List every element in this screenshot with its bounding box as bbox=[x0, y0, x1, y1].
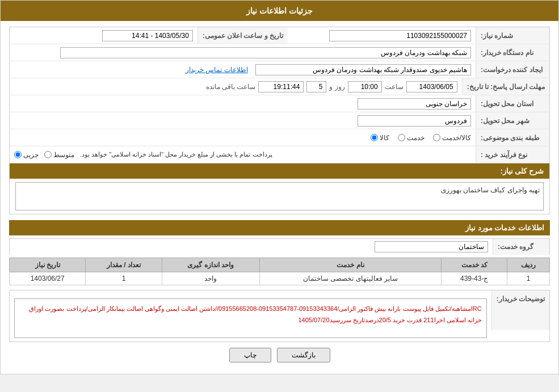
main-container: جزئیات اطلاعات نیاز شماره نیاز: تاریخ و … bbox=[0, 0, 559, 374]
table-body: 1 ج-43-439 سایر فعالیتهای تخصصی ساختمان … bbox=[10, 272, 550, 285]
announce-date-label: تاریخ و ساعت اعلان عمومی: bbox=[197, 27, 288, 44]
buyer-org-row: نام دستگاه خریدار: bbox=[10, 44, 549, 61]
cell-quantity: 1 bbox=[86, 272, 162, 285]
service-group-label: گروه خدمت: bbox=[493, 239, 549, 255]
need-number-input[interactable] bbox=[329, 30, 471, 41]
col-service-name: نام خدمت bbox=[259, 258, 442, 272]
radio-minor-label: جزیی bbox=[23, 151, 39, 159]
radio-service[interactable] bbox=[398, 134, 405, 141]
province-row: استان محل تحویل: bbox=[10, 95, 549, 112]
category-label: طبقه بندی موضوعی: bbox=[476, 129, 549, 146]
buyer-notes-container: توضیحات خریدار: IRCمشاهبه/تکمیل فایل پیو… bbox=[9, 290, 550, 342]
creator-input[interactable] bbox=[255, 64, 471, 75]
process-description: پرداخت تمام یا بخشی از مبلغ خریدار محل "… bbox=[80, 151, 272, 158]
announce-date-value bbox=[10, 28, 197, 44]
cell-service-code: ج-43-439 bbox=[442, 272, 507, 285]
buyer-notes-label: توضیحات خریدار: bbox=[491, 290, 549, 330]
description-box[interactable]: تهیه واجرای کیاف ساختمان بهورزی bbox=[15, 182, 544, 210]
services-table: ردیف کد خدمت نام خدمت واحد اندازه گیری ت… bbox=[9, 258, 550, 285]
process-row-content: جزیی متوسط پرداخت تمام یا بخشی از مبلغ خ… bbox=[10, 149, 476, 161]
radio-service-label: خدمت bbox=[407, 134, 424, 142]
need-number-label: شماره نیاز: bbox=[476, 27, 549, 44]
cell-row-num: 1 bbox=[507, 272, 550, 285]
radio-medium[interactable] bbox=[44, 151, 52, 158]
response-date-input[interactable] bbox=[406, 81, 457, 92]
remaining-time-input[interactable] bbox=[258, 81, 304, 92]
city-input[interactable] bbox=[358, 115, 471, 127]
col-service-code: کد خدمت bbox=[442, 258, 507, 272]
print-button[interactable]: چاپ bbox=[229, 348, 271, 363]
button-row: بازگشت چاپ bbox=[9, 342, 550, 368]
description-value: تهیه واجرای کیاف ساختمان بهورزی bbox=[10, 179, 549, 214]
city-row: شهر محل تحویل: bbox=[10, 112, 549, 129]
radio-item-minor: جزیی bbox=[14, 151, 39, 159]
description-text: تهیه واجرای کیاف ساختمان بهورزی bbox=[441, 186, 540, 194]
creator-value: اطلاعات تماس خریدار bbox=[10, 62, 476, 78]
description-section-header: شرح کلی نیاز: bbox=[10, 163, 549, 179]
page-header: جزئیات اطلاعات نیاز bbox=[1, 1, 558, 21]
contact-link[interactable]: اطلاعات تماس خریدار bbox=[186, 66, 248, 74]
radio-goods-label: کالا bbox=[380, 134, 389, 142]
city-label: شهر محل تحویل: bbox=[476, 112, 549, 129]
process-type-row: نوع فرآیند خرید : جزیی متوسط پرداخت تمام… bbox=[10, 146, 549, 163]
radio-item-medium: متوسط bbox=[44, 151, 74, 159]
city-value bbox=[10, 113, 476, 129]
radio-both-label: کالا/خدمت bbox=[442, 134, 471, 142]
buyer-notes-content: IRCمشاهبه/تکمیل فایل پیوست بارانه بیش فا… bbox=[10, 290, 491, 342]
response-time-input[interactable] bbox=[348, 81, 382, 92]
creator-label: ایجاد کننده درخواست: bbox=[476, 61, 549, 78]
services-table-section: ردیف کد خدمت نام خدمت واحد اندازه گیری ت… bbox=[9, 258, 550, 285]
service-group-input[interactable] bbox=[375, 241, 488, 252]
service-section-header: اطلاعات خدمات مورد نیاز bbox=[9, 220, 550, 235]
category-row: طبقه بندی موضوعی: کالا خدمت کالا/خدمت bbox=[10, 129, 549, 146]
page-title: جزئیات اطلاعات نیاز bbox=[246, 6, 313, 15]
time-label: ساعت bbox=[385, 83, 404, 91]
service-group-value bbox=[370, 239, 493, 255]
response-deadline-row: مهلت ارسال پاسخ: تا تاریخ: ساعت روز و سا… bbox=[10, 78, 549, 95]
table-header-row: ردیف کد خدمت نام خدمت واحد اندازه گیری ت… bbox=[10, 258, 550, 272]
description-row: تهیه واجرای کیاف ساختمان بهورزی bbox=[10, 179, 549, 214]
date-row: ساعت روز و ساعت باقی مانده bbox=[10, 79, 462, 95]
remaining-label: ساعت باقی مانده bbox=[206, 83, 256, 91]
form-section: شماره نیاز: تاریخ و ساعت اعلان عمومی: نا… bbox=[9, 27, 550, 214]
col-row-num: ردیف bbox=[507, 258, 550, 272]
response-deadline-label: مهلت ارسال پاسخ: تا تاریخ: bbox=[462, 78, 549, 95]
radio-item-goods: کالا bbox=[371, 134, 389, 142]
buyer-org-value bbox=[10, 45, 476, 61]
table-row: 1 ج-43-439 سایر فعالیتهای تخصصی ساختمان … bbox=[10, 272, 550, 285]
radio-both[interactable] bbox=[433, 134, 440, 141]
radio-item-both: کالا/خدمت bbox=[433, 134, 471, 142]
cell-unit: واحد bbox=[162, 272, 259, 285]
radio-medium-label: متوسط bbox=[53, 151, 74, 159]
radio-minor[interactable] bbox=[14, 151, 22, 158]
response-days-input[interactable] bbox=[306, 81, 326, 92]
province-value bbox=[10, 96, 476, 112]
cell-date: 1403/06/27 bbox=[10, 272, 86, 285]
col-date: تاریخ نیاز bbox=[10, 258, 86, 272]
service-group-row: گروه خدمت: bbox=[9, 238, 550, 255]
buyer-org-label: نام دستگاه خریدار: bbox=[476, 44, 549, 61]
description-header-label: شرح کلی نیاز: bbox=[500, 167, 544, 175]
back-button[interactable]: بازگشت bbox=[277, 348, 330, 363]
radio-goods[interactable] bbox=[371, 134, 378, 141]
process-label: نوع فرآیند خرید : bbox=[476, 146, 549, 163]
content-area: شماره نیاز: تاریخ و ساعت اعلان عمومی: نا… bbox=[1, 21, 558, 374]
announce-date-input[interactable] bbox=[102, 30, 193, 41]
buyer-notes-box[interactable]: IRCمشاهبه/تکمیل فایل پیوست بارانه بیش فا… bbox=[14, 298, 487, 338]
creator-row: ایجاد کننده درخواست: اطلاعات تماس خریدار bbox=[10, 61, 549, 78]
radio-item-service: خدمت bbox=[398, 134, 424, 142]
col-unit: واحد اندازه گیری bbox=[162, 258, 259, 272]
cell-service-name: سایر فعالیتهای تخصصی ساختمان bbox=[259, 272, 442, 285]
col-quantity: تعداد / مقدار bbox=[86, 258, 162, 272]
buyer-notes-text: IRCمشاهبه/تکمیل فایل پیوست بارانه بیش فا… bbox=[29, 305, 481, 323]
province-label: استان محل تحویل: bbox=[476, 95, 549, 112]
need-number-row: شماره نیاز: تاریخ و ساعت اعلان عمومی: bbox=[10, 27, 549, 44]
day-label: روز و bbox=[329, 83, 344, 91]
province-input[interactable] bbox=[358, 98, 471, 109]
buyer-org-input[interactable] bbox=[60, 47, 472, 58]
category-radio-group: کالا خدمت کالا/خدمت bbox=[366, 132, 476, 144]
need-number-value bbox=[288, 28, 476, 44]
